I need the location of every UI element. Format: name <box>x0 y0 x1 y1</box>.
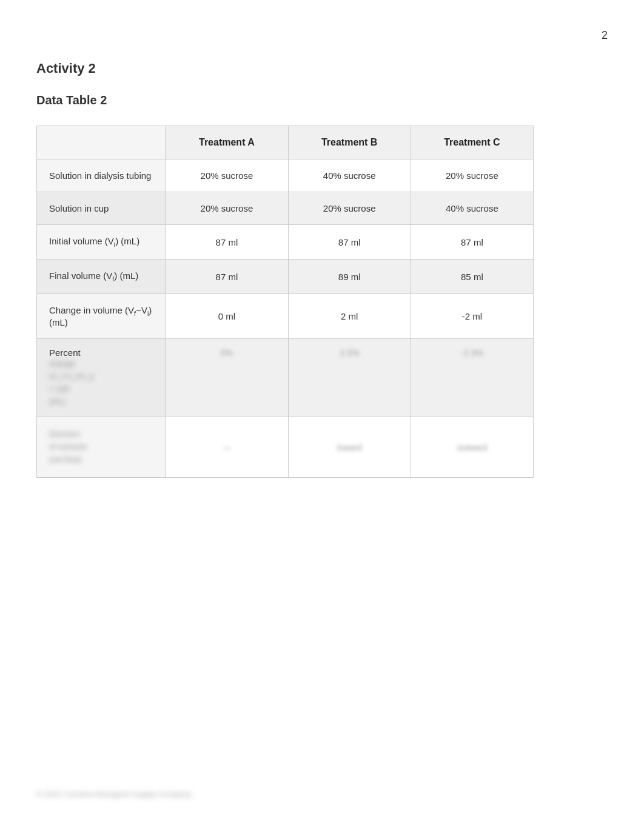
row-label-percent: Percent change(V_f-V_i/V_i)× 100(mL) <box>37 339 166 417</box>
row-label-cup: Solution in cup <box>37 192 166 225</box>
cell-direction-b: inward <box>288 417 411 477</box>
cell-direction-a: — <box>166 417 288 477</box>
cell-cup-b: 20% sucrose <box>288 192 411 225</box>
data-table-2: Treatment A Treatment B Treatment C Solu… <box>36 126 608 478</box>
cell-dialysis-c: 20% sucrose <box>411 159 533 192</box>
table-row: Final volume (Vf) (mL) 87 ml 89 ml 85 ml <box>37 260 534 294</box>
cell-final-b: 89 ml <box>288 260 411 294</box>
footer-copyright: © 2021 Carolina Biological Supply Compan… <box>36 790 218 799</box>
cell-final-a: 87 ml <box>166 260 288 294</box>
table-row: Directionof osmosis(net flow) — inward o… <box>37 417 534 477</box>
activity-title: Activity 2 <box>36 61 608 76</box>
cell-percent-c: -2.3% <box>411 339 533 417</box>
cell-dialysis-b: 40% sucrose <box>288 159 411 192</box>
table-header-row: Treatment A Treatment B Treatment C <box>37 126 534 159</box>
cell-initial-c: 87 ml <box>411 225 533 260</box>
table-row: Initial volume (Vi) (mL) 87 ml 87 ml 87 … <box>37 225 534 260</box>
cell-direction-c: outward <box>411 417 533 477</box>
header-treatment-c: Treatment C <box>411 126 533 159</box>
cell-final-c: 85 ml <box>411 260 533 294</box>
table-row: Percent change(V_f-V_i/V_i)× 100(mL) 0% … <box>37 339 534 417</box>
cell-initial-a: 87 ml <box>166 225 288 260</box>
cell-cup-c: 40% sucrose <box>411 192 533 225</box>
table-row: Solution in cup 20% sucrose 20% sucrose … <box>37 192 534 225</box>
header-treatment-a: Treatment A <box>166 126 288 159</box>
data-table-title: Data Table 2 <box>36 93 608 107</box>
page-number: 2 <box>602 29 608 42</box>
cell-change-c: -2 ml <box>411 294 533 339</box>
row-label-dialysis: Solution in dialysis tubing <box>37 159 166 192</box>
row-label-direction: Directionof osmosis(net flow) <box>37 417 166 477</box>
cell-initial-b: 87 ml <box>288 225 411 260</box>
row-label-initial-volume: Initial volume (Vi) (mL) <box>37 225 166 260</box>
header-empty <box>37 126 166 159</box>
table-row: Change in volume (Vf−Vi) (mL) 0 ml 2 ml … <box>37 294 534 339</box>
cell-dialysis-a: 20% sucrose <box>166 159 288 192</box>
row-label-final-volume: Final volume (Vf) (mL) <box>37 260 166 294</box>
cell-change-b: 2 ml <box>288 294 411 339</box>
row-label-change-volume: Change in volume (Vf−Vi) (mL) <box>37 294 166 339</box>
cell-percent-a: 0% <box>166 339 288 417</box>
header-treatment-b: Treatment B <box>288 126 411 159</box>
cell-change-a: 0 ml <box>166 294 288 339</box>
cell-percent-b: 2.3% <box>288 339 411 417</box>
table-row: Solution in dialysis tubing 20% sucrose … <box>37 159 534 192</box>
cell-cup-a: 20% sucrose <box>166 192 288 225</box>
